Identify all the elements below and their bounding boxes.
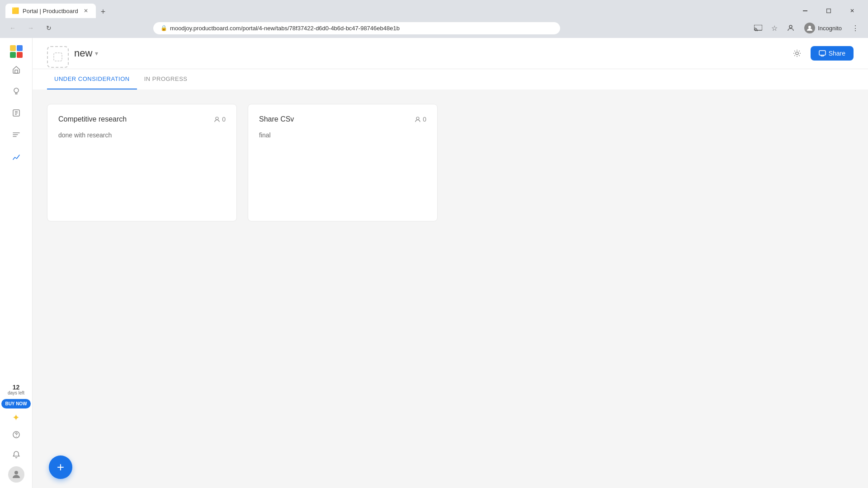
content-area: Competitive research 0 done with researc… — [33, 89, 868, 488]
minimize-button[interactable] — [795, 4, 816, 18]
lock-icon: 🔒 — [160, 25, 167, 31]
svg-point-3 — [789, 25, 792, 28]
votes-icon — [415, 116, 421, 122]
page-header: new ▾ Share — [33, 38, 868, 69]
sidebar-footer: 12 days left BUY NOW ✦ — [1, 384, 30, 483]
svg-point-14 — [16, 436, 17, 437]
tab-under-consideration[interactable]: UNDER CONSIDERATION — [47, 69, 137, 89]
share-button-label: Share — [829, 50, 845, 57]
svg-rect-7 — [17, 45, 23, 51]
share-button[interactable]: Share — [811, 46, 854, 61]
feature-card-competitive-research[interactable]: Competitive research 0 done with researc… — [47, 104, 237, 221]
sidebar-item-roadmap[interactable] — [6, 125, 26, 145]
page-title: new — [74, 47, 92, 59]
votes-count: 0 — [222, 116, 226, 123]
new-tab-button[interactable]: + — [97, 5, 109, 18]
url-text: moodjoy.productboard.com/portal/4-new/ta… — [170, 25, 400, 32]
votes-count: 0 — [423, 116, 426, 123]
menu-icon[interactable]: ⋮ — [848, 21, 863, 35]
profile-extensions-icon[interactable] — [783, 21, 798, 35]
page-title-chevron-icon[interactable]: ▾ — [95, 50, 98, 57]
card-header: Share CSv 0 — [259, 115, 426, 123]
settings-button[interactable] — [789, 45, 805, 61]
card-votes: 0 — [214, 116, 226, 123]
tab-in-progress[interactable]: IN PROGRESS — [137, 69, 195, 89]
card-title: Share CSv — [259, 115, 294, 123]
votes-icon — [214, 116, 220, 122]
trial-label: days left — [8, 390, 24, 395]
sparkle-icon: ✦ — [12, 412, 20, 423]
incognito-indicator: Incognito — [800, 21, 846, 35]
tab-title: Portal | Productboard — [23, 8, 79, 14]
feature-card-share-csv[interactable]: Share CSv 0 final — [248, 104, 438, 221]
user-avatar[interactable] — [8, 466, 24, 483]
add-fab-button[interactable]: + — [49, 455, 72, 479]
svg-rect-18 — [819, 51, 826, 55]
card-votes: 0 — [415, 116, 426, 123]
card-header: Competitive research 0 — [58, 115, 226, 123]
card-description: final — [259, 131, 426, 140]
sidebar-item-insights[interactable] — [6, 146, 26, 166]
svg-rect-16 — [54, 53, 62, 61]
svg-rect-9 — [17, 52, 23, 58]
reload-button[interactable]: ↻ — [42, 21, 56, 35]
svg-point-17 — [796, 52, 798, 55]
header-actions: Share — [789, 45, 854, 69]
svg-rect-1 — [827, 9, 831, 13]
incognito-label: Incognito — [818, 25, 842, 32]
notifications-icon[interactable] — [8, 446, 24, 463]
card-title: Competitive research — [58, 115, 127, 123]
sidebar-item-features[interactable] — [6, 103, 26, 123]
svg-point-11 — [14, 88, 19, 93]
help-icon[interactable] — [8, 427, 24, 443]
svg-rect-10 — [15, 70, 18, 73]
sidebar: 12 days left BUY NOW ✦ — [0, 38, 33, 488]
cast-icon[interactable] — [751, 21, 765, 35]
svg-rect-8 — [10, 52, 16, 58]
productboard-logo[interactable] — [8, 43, 24, 60]
forward-button[interactable]: → — [24, 21, 38, 35]
bookmark-icon[interactable]: ☆ — [767, 21, 782, 35]
portal-logo-placeholder — [47, 46, 69, 68]
tab-favicon: 🟨 — [12, 7, 19, 14]
card-description: done with research — [58, 131, 226, 140]
sidebar-nav — [6, 60, 26, 384]
incognito-avatar — [804, 23, 815, 33]
sidebar-item-ideas[interactable] — [6, 81, 26, 101]
svg-rect-0 — [803, 10, 807, 11]
trial-days-count: 12 — [8, 384, 24, 390]
close-button[interactable]: ✕ — [842, 4, 863, 18]
svg-point-20 — [416, 117, 419, 120]
svg-point-19 — [216, 117, 218, 120]
maximize-button[interactable] — [818, 4, 839, 18]
sidebar-item-home[interactable] — [6, 60, 26, 80]
buy-now-button[interactable]: BUY NOW — [1, 399, 30, 408]
svg-point-15 — [14, 471, 18, 474]
page-title-area: new ▾ — [74, 47, 98, 66]
tab-close-button[interactable]: ✕ — [82, 7, 90, 14]
svg-rect-6 — [10, 45, 16, 51]
active-browser-tab[interactable]: 🟨 Portal | Productboard ✕ — [5, 4, 96, 18]
address-bar[interactable]: 🔒 moodjoy.productboard.com/portal/4-new/… — [153, 22, 560, 34]
main-content: new ▾ Share UNDER CONSIDERATION IN PROGR… — [33, 38, 868, 488]
trial-badge: 12 days left — [8, 384, 24, 395]
svg-point-4 — [808, 26, 811, 28]
back-button[interactable]: ← — [5, 21, 20, 35]
tabs-bar: UNDER CONSIDERATION IN PROGRESS — [33, 69, 868, 89]
